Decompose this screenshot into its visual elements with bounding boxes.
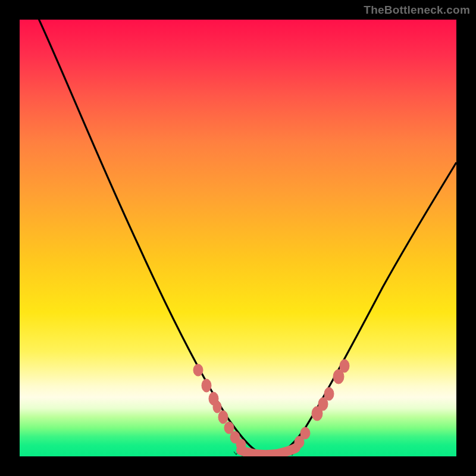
svg-point-12 (324, 387, 334, 400)
svg-point-14 (340, 359, 349, 372)
svg-point-9 (300, 427, 310, 439)
chart-frame: TheBottleneck.com (0, 0, 476, 476)
svg-point-4 (218, 411, 228, 424)
svg-point-1 (202, 379, 211, 392)
plot-area (20, 20, 456, 456)
highlight-valley-segment (241, 448, 296, 455)
svg-point-3 (213, 401, 221, 413)
svg-point-0 (193, 364, 203, 376)
highlight-dots-left (193, 364, 246, 450)
bottleneck-curve (36, 20, 456, 455)
watermark-text: TheBottleneck.com (364, 4, 470, 17)
highlight-dots-right (295, 359, 349, 448)
bottleneck-curve-svg (20, 20, 456, 456)
